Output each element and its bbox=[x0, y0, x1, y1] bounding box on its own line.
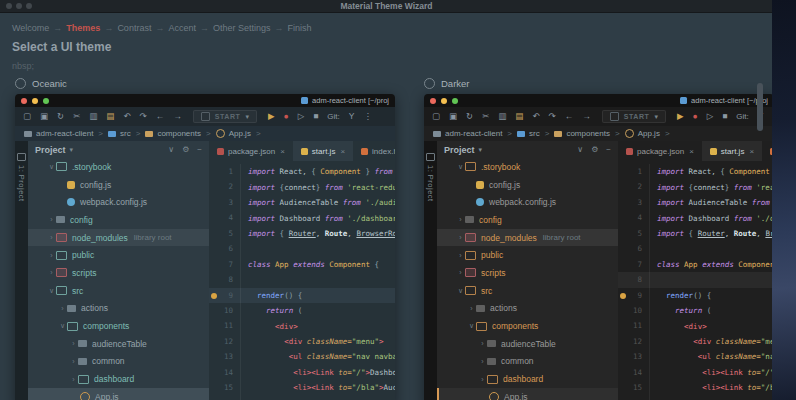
chevron-collapsed-icon[interactable]: › bbox=[58, 305, 67, 312]
close-tab-icon[interactable]: × bbox=[749, 147, 754, 156]
tool-window-stripe[interactable]: 1: Project bbox=[424, 141, 437, 400]
tree-item-public[interactable]: ›public bbox=[28, 246, 209, 264]
sync-icon[interactable]: ↻ bbox=[57, 112, 64, 121]
hide-panel-icon[interactable]: − bbox=[197, 145, 202, 154]
breadcrumb-item-src[interactable]: src bbox=[517, 129, 540, 138]
wizard-step-welcome[interactable]: Welcome bbox=[12, 23, 49, 33]
chevron-collapsed-icon[interactable]: › bbox=[478, 340, 487, 347]
save-icon[interactable]: ▣ bbox=[449, 112, 457, 121]
forward-icon[interactable]: → bbox=[582, 112, 591, 121]
tree-item-audiencetable[interactable]: ›audienceTable bbox=[437, 335, 618, 353]
close-icon[interactable] bbox=[21, 98, 27, 104]
run-coverage-icon[interactable]: ▷ bbox=[298, 112, 305, 121]
theme-radio-darker[interactable]: Darker bbox=[424, 77, 774, 90]
code-area[interactable]: 1import React, { Component } from 'r2imp… bbox=[618, 161, 774, 400]
tree-item-public[interactable]: ›public bbox=[437, 246, 618, 264]
tree-item-node_modules[interactable]: ›node_moduleslibrary root bbox=[28, 229, 209, 247]
cut-icon[interactable]: ✂ bbox=[73, 112, 80, 121]
tree-item-webpack-config-js[interactable]: webpack.config.js bbox=[437, 193, 618, 211]
chevron-down-icon[interactable]: ▾ bbox=[479, 146, 483, 154]
wizard-step-contrast[interactable]: Contrast bbox=[117, 23, 151, 33]
tree-item-components[interactable]: ∨components bbox=[28, 317, 209, 335]
tree-item--storybook[interactable]: ∨.storybook bbox=[28, 158, 209, 176]
tree-item-config-js[interactable]: config.js bbox=[28, 176, 209, 194]
chevron-expanded-icon[interactable]: ∨ bbox=[456, 287, 465, 295]
chevron-expanded-icon[interactable]: ∨ bbox=[47, 163, 56, 171]
zoom-icon[interactable] bbox=[43, 98, 49, 104]
wizard-step-finish[interactable]: Finish bbox=[287, 23, 311, 33]
close-icon[interactable] bbox=[430, 98, 436, 104]
chevron-down-icon[interactable]: ▾ bbox=[70, 146, 74, 154]
chevron-collapsed-icon[interactable]: › bbox=[69, 358, 78, 365]
tree-item-components[interactable]: ∨components bbox=[437, 317, 618, 335]
tree-item-dashboard[interactable]: ›dashboard bbox=[28, 370, 209, 388]
tree-item-app-js[interactable]: App.js bbox=[28, 388, 209, 400]
more-icon[interactable]: ⋮ bbox=[363, 112, 372, 121]
play-icon[interactable]: ▶ bbox=[268, 112, 275, 121]
tree-item-node_modules[interactable]: ›node_moduleslibrary root bbox=[437, 229, 618, 247]
chevron-collapsed-icon[interactable]: › bbox=[47, 216, 56, 223]
wizard-step-themes[interactable]: Themes bbox=[66, 23, 100, 33]
back-icon[interactable]: ← bbox=[565, 112, 574, 121]
tree-item-app-js[interactable]: App.js bbox=[437, 388, 618, 400]
chevron-collapsed-icon[interactable]: › bbox=[69, 340, 78, 347]
forward-icon[interactable]: → bbox=[173, 112, 182, 121]
tool-window-stripe[interactable]: 1: Project bbox=[15, 141, 28, 400]
settings-icon[interactable]: ⚙ bbox=[591, 145, 598, 154]
collapse-all-icon[interactable]: ∨ bbox=[577, 145, 583, 154]
stop-icon[interactable]: ■ bbox=[313, 112, 318, 121]
tree-item-dashboard[interactable]: ›dashboard bbox=[437, 370, 618, 388]
run-configuration-select[interactable]: START▾ bbox=[193, 110, 257, 123]
settings-icon[interactable]: ⚙ bbox=[182, 145, 189, 154]
tree-item-scripts[interactable]: ›scripts bbox=[28, 264, 209, 282]
chevron-collapsed-icon[interactable]: › bbox=[47, 269, 56, 276]
chevron-expanded-icon[interactable]: ∨ bbox=[456, 163, 465, 171]
open-folder-icon[interactable]: ▢ bbox=[432, 112, 440, 121]
tree-item--storybook[interactable]: ∨.storybook bbox=[437, 158, 618, 176]
tree-item-common[interactable]: ›common bbox=[437, 353, 618, 371]
debug-icon[interactable]: ● bbox=[693, 112, 698, 121]
chevron-expanded-icon[interactable]: ∨ bbox=[58, 322, 67, 330]
chevron-collapsed-icon[interactable]: › bbox=[456, 234, 465, 241]
redo-icon[interactable]: ↷ bbox=[140, 112, 147, 121]
redo-icon[interactable]: ↷ bbox=[549, 112, 556, 121]
minimize-icon[interactable] bbox=[441, 98, 447, 104]
tab-start-js[interactable]: start.js× bbox=[702, 141, 762, 161]
chevron-collapsed-icon[interactable]: › bbox=[456, 216, 465, 223]
chevron-collapsed-icon[interactable]: › bbox=[467, 305, 476, 312]
chevron-expanded-icon[interactable]: ∨ bbox=[47, 287, 56, 295]
wizard-scrollbar-thumb[interactable] bbox=[757, 83, 763, 131]
tree-item-actions[interactable]: ›actions bbox=[437, 300, 618, 318]
collapse-all-icon[interactable]: ∨ bbox=[168, 145, 174, 154]
chevron-collapsed-icon[interactable]: › bbox=[47, 252, 56, 259]
branch-icon[interactable]: Y bbox=[349, 112, 355, 121]
paste-icon[interactable]: ▤ bbox=[515, 112, 523, 121]
zoom-icon[interactable] bbox=[452, 98, 458, 104]
radio-icon[interactable] bbox=[424, 78, 435, 89]
tree-item-actions[interactable]: ›actions bbox=[28, 300, 209, 318]
tree-item-src[interactable]: ∨src bbox=[28, 282, 209, 300]
wizard-titlebar[interactable]: Material Theme Wizard bbox=[0, 0, 773, 13]
tree-item-common[interactable]: ›common bbox=[28, 353, 209, 371]
debug-icon[interactable]: ● bbox=[284, 112, 289, 121]
breadcrumb-item-components[interactable]: components bbox=[554, 129, 610, 138]
back-icon[interactable]: ← bbox=[156, 112, 165, 121]
chevron-collapsed-icon[interactable]: › bbox=[456, 269, 465, 276]
tree-item-src[interactable]: ∨src bbox=[437, 282, 618, 300]
chevron-collapsed-icon[interactable]: › bbox=[69, 376, 78, 383]
wizard-step-other-settings[interactable]: Other Settings bbox=[213, 23, 271, 33]
run-coverage-icon[interactable]: ▷ bbox=[707, 112, 714, 121]
breadcrumb-item-src[interactable]: src bbox=[108, 129, 131, 138]
tree-item-config[interactable]: ›config bbox=[28, 211, 209, 229]
tab-index-html[interactable]: index.html bbox=[353, 141, 395, 161]
wizard-step-accent[interactable]: Accent bbox=[168, 23, 196, 33]
chevron-collapsed-icon[interactable]: › bbox=[456, 252, 465, 259]
radio-icon[interactable] bbox=[15, 78, 26, 89]
undo-icon[interactable]: ↶ bbox=[123, 112, 130, 121]
save-icon[interactable]: ▣ bbox=[40, 112, 48, 121]
close-tab-icon[interactable]: × bbox=[280, 147, 285, 156]
play-icon[interactable]: ▶ bbox=[677, 112, 684, 121]
tree-item-audiencetable[interactable]: ›audienceTable bbox=[28, 335, 209, 353]
tree-item-scripts[interactable]: ›scripts bbox=[437, 264, 618, 282]
copy-icon[interactable]: ▥ bbox=[89, 112, 97, 121]
